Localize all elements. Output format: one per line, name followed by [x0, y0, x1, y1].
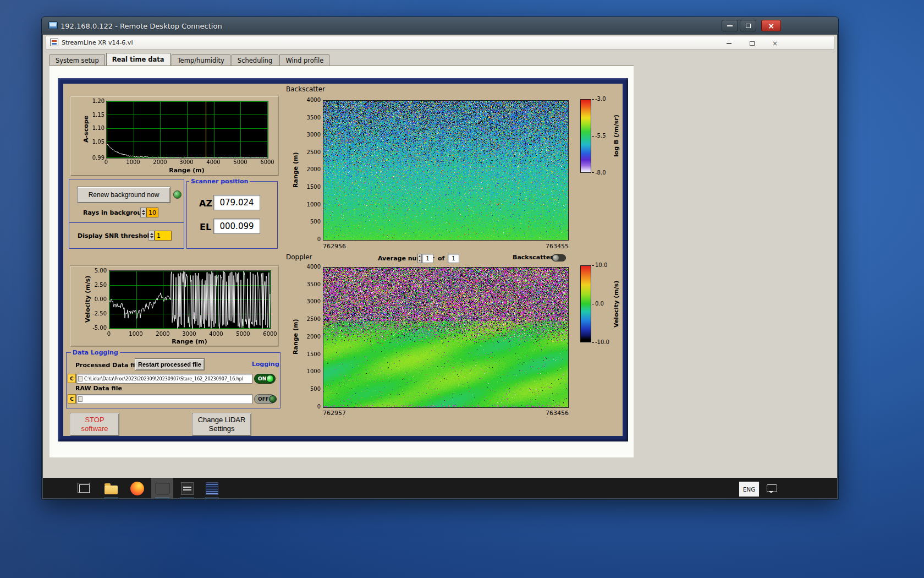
dop-cbtick-label: 0.0 — [595, 301, 614, 307]
rdp-maximize-button[interactable] — [740, 20, 756, 31]
renew-status-led — [173, 190, 182, 199]
dop-ytick: 3500 — [301, 281, 321, 287]
average-spinner[interactable] — [417, 254, 422, 263]
task-view-icon — [79, 484, 90, 493]
snr-spinner[interactable] — [148, 231, 155, 241]
slider-knob-icon — [553, 255, 559, 261]
velocity-xtick: 6000 — [259, 331, 281, 337]
backscatter-colorbar — [580, 99, 591, 173]
velocity-ytick: -5.00 — [80, 325, 107, 331]
raw-data-file-field[interactable] — [76, 394, 252, 404]
velocity-xtick: 2000 — [152, 331, 174, 337]
scanner-position-group: Scanner position AZ 079.024 EL 000.099 — [186, 181, 278, 249]
notification-chat-icon[interactable] — [767, 484, 777, 492]
restart-processed-file-button[interactable]: Restart processed file — [135, 358, 205, 370]
tab-wind-profile[interactable]: Wind profile — [279, 54, 329, 66]
ascope-xtick: 4000 — [202, 159, 224, 165]
scan-scheduler-button[interactable] — [176, 478, 198, 498]
main-panel-frame: A-scope 1.20 1.15 1.10 1.05 0.99 0 1000 … — [58, 78, 628, 441]
logging-label: Logging — [252, 361, 279, 368]
az-label: AZ — [199, 198, 212, 209]
dop-x-axis: 762957 763456 — [323, 410, 569, 417]
processed-logging-toggle[interactable]: ON — [254, 374, 276, 384]
app-minimize-button[interactable] — [725, 41, 732, 46]
bs-x-end: 763455 — [546, 243, 569, 250]
bs-ytick: 2500 — [301, 149, 321, 155]
log-app-button[interactable] — [201, 478, 223, 498]
bs-ytick: 3500 — [301, 114, 321, 121]
ascope-xtick: 5000 — [229, 159, 251, 165]
settings-line1: Change LiDAR — [198, 416, 246, 424]
average-value: 1 — [426, 255, 429, 261]
language-indicator[interactable]: ENG — [739, 482, 759, 497]
maximize-icon — [746, 24, 751, 28]
open-app-indicator — [205, 498, 219, 498]
processed-data-file-field[interactable]: C:\Lidar\Data\Proc\2023\202309\20230907\… — [76, 374, 252, 384]
renew-background-button[interactable]: Renew background now — [77, 187, 170, 203]
tab-system-setup[interactable]: System setup — [50, 54, 105, 66]
velocity-xtick: 3000 — [178, 331, 200, 337]
velocity-xtick: 4000 — [205, 331, 227, 337]
task-view-button[interactable] — [74, 478, 96, 498]
folder-icon — [105, 486, 118, 494]
velocity-ytick: -2.50 — [80, 310, 107, 317]
rays-value: 10 — [148, 209, 156, 216]
app-window-controls: × — [725, 41, 778, 46]
settings-line2: Settings — [209, 424, 235, 433]
raw-drive-box[interactable]: C — [68, 394, 76, 403]
snr-threshold-field[interactable]: 1 — [155, 231, 172, 241]
change-lidar-settings-button[interactable]: Change LiDAR Settings — [192, 413, 251, 436]
doppler-colorbar — [580, 265, 591, 342]
stop-software-button[interactable]: STOP software — [70, 413, 119, 436]
rays-in-background-field[interactable]: 10 — [146, 208, 158, 217]
processed-drive-box[interactable]: C — [68, 374, 76, 383]
data-logging-group: Data Logging Processed Data file Restart… — [66, 352, 280, 408]
scanner-position-title: Scanner position — [189, 178, 250, 185]
el-field[interactable]: 000.099 — [213, 219, 260, 234]
dop-ytick: 500 — [301, 386, 321, 392]
average-of-field[interactable]: 1 — [448, 254, 459, 263]
bs-cbtick-label: -3.0 — [595, 96, 612, 102]
app-close-button[interactable]: × — [772, 41, 778, 46]
ascope-xtick: 0 — [95, 159, 117, 165]
dop-cbtick-label: -10.0 — [595, 339, 614, 345]
velocity-plot-area — [109, 270, 271, 329]
log-list-icon — [206, 482, 218, 495]
rdp-window-title: 192.168.0.122 - Remote Desktop Connectio… — [61, 22, 222, 30]
raw-data-file-label: RAW Data file — [75, 385, 122, 392]
tab-temp-humidity[interactable]: Temp/humidity — [172, 54, 230, 66]
velocity-xtick: 0 — [98, 331, 120, 337]
rdp-close-button[interactable]: × — [761, 20, 781, 31]
open-app-indicator — [180, 498, 194, 498]
app-title: StreamLine XR v14-6.vi — [62, 39, 133, 46]
backscatter-display-toggle[interactable] — [552, 254, 566, 261]
processed-path-text: C:\Lidar\Data\Proc\2023\202309\20230907\… — [84, 377, 243, 381]
rdp-minimize-button[interactable] — [722, 20, 738, 31]
firefox-button[interactable] — [126, 478, 148, 498]
raw-logging-toggle[interactable]: OFF — [254, 394, 276, 404]
az-field[interactable]: 079.024 — [213, 195, 260, 210]
bs-ytick: 1000 — [301, 201, 321, 208]
data-logging-title: Data Logging — [71, 349, 120, 356]
dop-cbtick-label: 10.0 — [595, 262, 614, 268]
average-number-field[interactable]: 1 — [422, 254, 433, 263]
rdp-titlebar[interactable]: 192.168.0.122 - Remote Desktop Connectio… — [42, 17, 838, 35]
rays-spinner[interactable] — [140, 208, 146, 217]
app-titlebar[interactable]: StreamLine XR v14-6.vi × — [46, 36, 834, 50]
cb-tick — [592, 172, 594, 173]
file-explorer-button[interactable] — [100, 478, 122, 498]
velocity-ytick: 5.00 — [80, 268, 107, 274]
bs-ytick: 500 — [301, 219, 321, 225]
streamline-app-button[interactable] — [151, 478, 173, 498]
velocity-ytick: 0.00 — [80, 296, 107, 302]
tab-real-time-data[interactable]: Real time data — [106, 53, 170, 66]
tab-scheduling[interactable]: Scheduling — [232, 54, 279, 66]
doppler-colorbar-label: Velocity (m/s) — [612, 265, 620, 342]
app-maximize-button[interactable] — [749, 41, 755, 46]
bs-ytick: 0 — [301, 236, 321, 242]
of-label: of — [438, 255, 444, 262]
ascope-plot: A-scope 1.20 1.15 1.10 1.05 0.99 0 1000 … — [70, 96, 279, 176]
bs-x-start: 762956 — [323, 243, 346, 250]
open-app-indicator — [104, 498, 118, 498]
stop-line2: software — [81, 424, 108, 433]
